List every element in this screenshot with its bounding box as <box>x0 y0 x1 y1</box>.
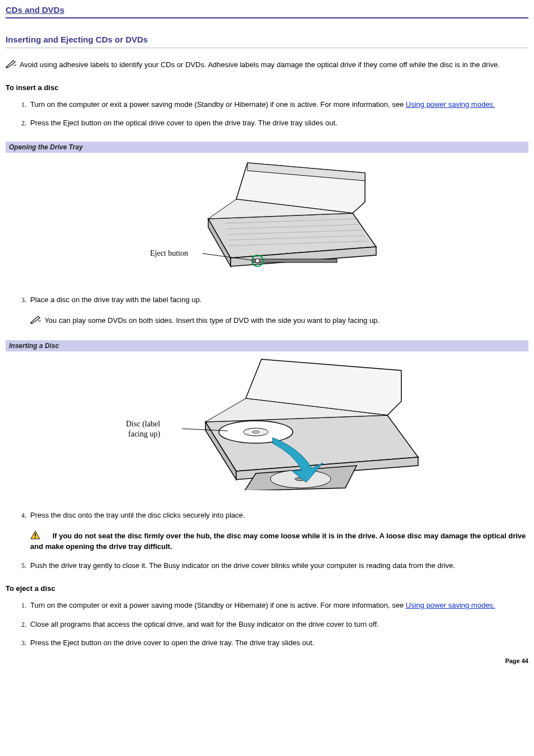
figure-inserting-disc: Disc (label facing up) <box>6 356 528 493</box>
figure-opening-tray: Eject button <box>6 157 528 278</box>
power-modes-link[interactable]: Using power saving modes. <box>406 100 495 109</box>
svg-rect-16 <box>35 537 36 538</box>
topic-title: CDs and DVDs <box>6 4 528 18</box>
insert-steps-cont1: Place a disc on the drive tray with the … <box>6 295 528 326</box>
eject-step-1: Turn on the computer or exit a power sav… <box>28 600 528 611</box>
insert-steps-cont2: Press the disc onto the tray until the d… <box>6 510 528 570</box>
insert-step-2: Press the Eject button on the optical dr… <box>28 118 528 128</box>
eject-step-1-text: Turn on the computer or exit a power sav… <box>30 601 406 609</box>
insert-step-3: Place a disc on the drive tray with the … <box>28 295 528 326</box>
svg-rect-0 <box>253 259 337 262</box>
note-icon <box>30 315 41 327</box>
svg-point-13 <box>252 431 259 433</box>
power-modes-link-2[interactable]: Using power saving modes. <box>406 601 495 609</box>
top-note-text: Avoid using adhesive labels to identify … <box>20 60 500 68</box>
eject-step-3: Press the Eject button on the drive cove… <box>28 638 528 648</box>
fig2-label-line2: facing up) <box>128 430 160 439</box>
eject-step-2: Close all programs that access the optic… <box>28 619 528 630</box>
figure-caption-1: Opening the Drive Tray <box>6 142 528 153</box>
figure-caption-2: Inserting a Disc <box>6 340 528 351</box>
insert-step-4: Press the disc onto the tray until the d… <box>28 510 528 552</box>
step3-note-text: You can play some DVDs on both sides. In… <box>44 316 380 325</box>
svg-point-1 <box>255 259 260 263</box>
insert-step-4-text: Press the disc onto the tray until the d… <box>30 511 245 519</box>
fig1-label: Eject button <box>150 249 188 257</box>
warning-icon <box>30 530 40 542</box>
insert-steps: Turn on the computer or exit a power sav… <box>6 100 528 128</box>
svg-rect-15 <box>35 533 36 536</box>
insert-step-1-text: Turn on the computer or exit a power sav… <box>30 100 406 109</box>
note-icon <box>6 59 17 71</box>
step4-warning-text: If you do not seat the disc firmly over … <box>30 532 526 551</box>
insert-heading: To insert a disc <box>6 83 528 93</box>
section-title: Inserting and Ejecting CDs or DVDs <box>6 34 528 48</box>
page-number: Page 44 <box>6 657 528 665</box>
eject-heading: To eject a disc <box>6 584 528 594</box>
top-note: Avoid using adhesive labels to identify … <box>6 59 528 71</box>
fig2-label-line1: Disc (label <box>126 420 160 429</box>
insert-step-5: Push the drive tray gently to close it. … <box>28 561 528 571</box>
insert-step-3-text: Place a disc on the drive tray with the … <box>30 295 202 304</box>
eject-steps: Turn on the computer or exit a power sav… <box>6 600 528 648</box>
insert-step-1: Turn on the computer or exit a power sav… <box>28 100 528 110</box>
